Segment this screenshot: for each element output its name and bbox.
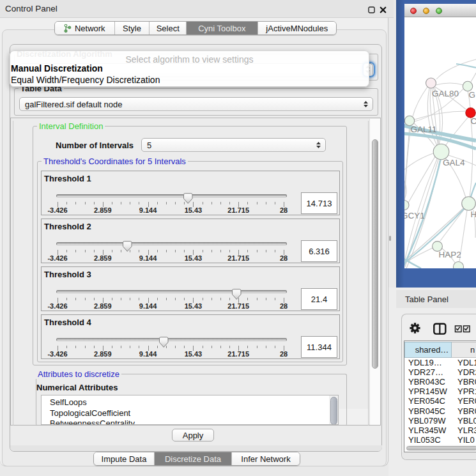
svg-text:GAL11: GAL11 (411, 125, 437, 134)
svg-text:H: H (471, 210, 476, 219)
svg-text:C: C (471, 116, 476, 126)
svg-text:HAP2: HAP2 (439, 250, 461, 259)
svg-text:GAL4: GAL4 (443, 158, 465, 167)
svg-text:GAL80: GAL80 (432, 89, 459, 98)
svg-text:GCY1: GCY1 (404, 211, 425, 220)
svg-text:G…: G… (469, 90, 476, 100)
